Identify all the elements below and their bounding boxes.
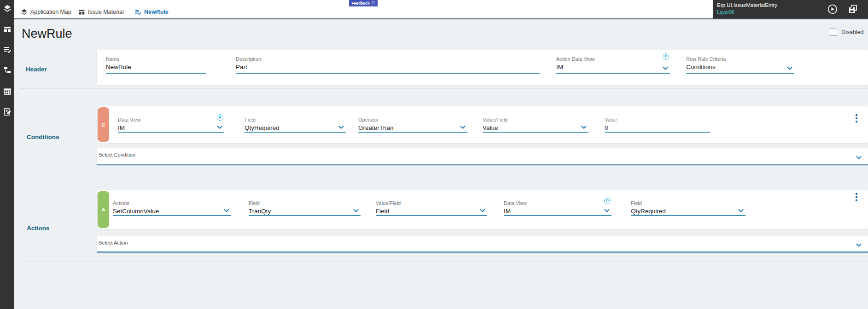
condition-field-select[interactable]: Field QtyRequired <box>245 117 346 133</box>
field-value: IM <box>556 63 670 71</box>
document-edit-icon <box>3 108 12 116</box>
sidebar-item-flow[interactable] <box>0 63 14 77</box>
field-label: Row Rule Criteria <box>686 56 794 62</box>
action-data-view-select[interactable]: Data View IM P <box>504 200 612 216</box>
action-target-field-select[interactable]: Field QtyRequired <box>631 200 746 216</box>
chevron-down-icon[interactable] <box>581 125 587 129</box>
field-label: Field <box>249 200 361 206</box>
field-value: QtyRequired <box>631 207 746 215</box>
chevron-down-icon[interactable] <box>856 243 862 247</box>
field-label: Value/Field <box>483 117 588 123</box>
select-action-dropdown[interactable]: Select Action <box>97 236 868 253</box>
page-title: NewRule <box>22 27 72 41</box>
layer-name: Layer06 <box>717 9 734 15</box>
sidebar-item-editor[interactable] <box>0 105 14 119</box>
field-value: GreaterThan <box>358 124 467 132</box>
app-info-panel: Erp.UI.IssueMaterialEntry Layer06 <box>713 0 868 18</box>
condition-operator-select[interactable]: Operator GreaterThan <box>358 117 467 133</box>
layers-icon <box>21 9 28 16</box>
field-value: NewRule <box>106 63 206 71</box>
peek-icon[interactable]: P <box>663 53 669 60</box>
field-label: Actions <box>113 200 231 206</box>
row-rule-criteria-select[interactable]: Row Rule Criteria Conditions <box>686 56 794 74</box>
tab-issue-material[interactable]: Issue Material <box>78 6 124 17</box>
action-more-options-icon[interactable] <box>855 192 858 202</box>
field-label: Data View <box>118 117 224 123</box>
chevron-down-icon[interactable] <box>224 209 229 212</box>
field-value: Part <box>236 63 540 71</box>
chevron-down-icon[interactable] <box>338 125 344 129</box>
tab-application-map[interactable]: Application Map <box>21 6 71 17</box>
chevron-down-icon[interactable] <box>217 125 222 129</box>
feedback-label: Feedback <box>351 1 369 6</box>
field-label: Action Data View <box>556 56 670 62</box>
section-divider <box>19 262 868 262</box>
field-value: 0 <box>605 124 710 132</box>
disabled-checkbox-wrap[interactable]: Disabled <box>830 29 864 36</box>
chevron-down-icon[interactable] <box>738 209 744 212</box>
field-value: Value <box>483 124 588 132</box>
feedback-button[interactable]: Feedback <box>349 0 378 6</box>
save-layers-icon <box>848 4 858 14</box>
section-label-conditions: Conditions <box>27 134 59 140</box>
field-label: Field <box>631 200 746 206</box>
sidebar-item-data-grid[interactable] <box>0 84 14 99</box>
chevron-down-icon[interactable] <box>353 209 359 212</box>
rule-check-icon <box>3 46 12 54</box>
rule-check-icon <box>134 9 141 16</box>
disabled-checkbox[interactable] <box>830 29 837 36</box>
peek-icon[interactable]: P <box>604 198 611 204</box>
play-circle-icon <box>827 4 838 14</box>
chat-bubble-icon <box>372 1 375 5</box>
chevron-down-icon[interactable] <box>604 209 610 212</box>
topbar-divider <box>0 18 868 19</box>
disabled-label: Disabled <box>841 29 864 35</box>
condition-badge: C <box>98 107 109 142</box>
layers-icon <box>3 5 12 13</box>
save-button[interactable] <box>847 4 858 15</box>
action-value-field-select[interactable]: Value/Field Field <box>376 200 487 216</box>
sidebar-item-layout[interactable] <box>0 22 14 37</box>
section-divider <box>19 88 868 89</box>
chevron-down-icon[interactable] <box>787 66 792 70</box>
section-label-header: Header <box>26 66 47 73</box>
flow-diagram-icon <box>3 66 12 74</box>
field-label: Value <box>605 117 710 123</box>
data-grid-icon <box>3 87 12 96</box>
left-sidebar <box>0 0 14 309</box>
action-data-view-select[interactable]: Action Data View IM P <box>556 56 670 74</box>
tab-label: Application Map <box>30 9 71 15</box>
chevron-down-icon[interactable] <box>663 66 668 70</box>
preview-button[interactable] <box>827 4 838 15</box>
tab-label: Issue Material <box>88 9 124 15</box>
tab-newrule[interactable]: NewRule <box>134 6 169 17</box>
action-badge: A <box>98 191 109 228</box>
field-label: Name <box>106 56 206 62</box>
layout-grid-icon <box>78 9 85 16</box>
name-input[interactable]: Name NewRule <box>106 56 206 74</box>
field-value: IM <box>118 124 224 132</box>
chevron-down-icon[interactable] <box>460 125 466 129</box>
sidebar-item-rules[interactable] <box>0 42 14 57</box>
sidebar-item-application-map[interactable] <box>0 1 14 16</box>
action-type-select[interactable]: Actions SetColumnValue <box>113 200 231 216</box>
condition-value-input[interactable]: Value 0 <box>605 117 710 133</box>
chevron-down-icon[interactable] <box>856 156 862 159</box>
field-value: Field <box>376 207 487 215</box>
action-field-select[interactable]: Field TranQty <box>249 200 361 216</box>
tab-label: NewRule <box>144 9 169 15</box>
rule-editor-page: Application Map Issue Material NewRule F… <box>0 0 868 309</box>
field-label: Value/Field <box>376 200 487 206</box>
condition-more-options-icon[interactable] <box>855 114 858 123</box>
field-label: Description <box>236 56 540 62</box>
field-value: TranQty <box>249 207 361 215</box>
condition-data-view-select[interactable]: Data View IM P <box>118 117 224 133</box>
select-condition-dropdown[interactable]: Select Condition <box>97 148 868 165</box>
condition-value-field-select[interactable]: Value/Field Value <box>483 117 588 133</box>
description-input[interactable]: Description Part <box>236 56 540 74</box>
section-divider <box>19 173 868 173</box>
app-name: Erp.UI.IssueMaterialEntry <box>717 2 777 8</box>
chevron-down-icon[interactable] <box>480 209 485 212</box>
peek-icon[interactable]: P <box>217 114 223 121</box>
field-label: Field <box>245 117 346 123</box>
